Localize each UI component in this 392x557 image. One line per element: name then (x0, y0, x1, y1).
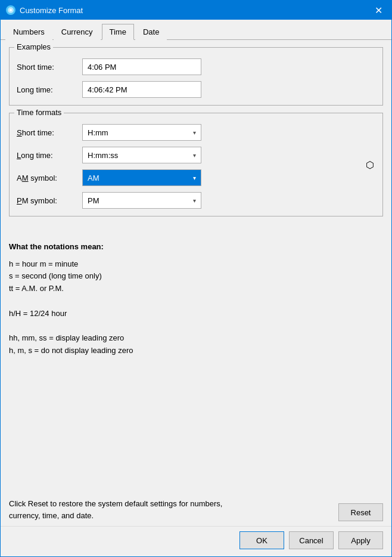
window-icon (5, 5, 16, 16)
long-time-dropdown-value: H:mm:ss (88, 151, 191, 160)
tabs-bar: Numbers Currency Time Date (1, 20, 391, 40)
formats-group: Time formats Short time: H:mm ▾ Long tim… (9, 113, 383, 216)
am-symbol-row: AM symbol: AM ▾ (17, 169, 375, 186)
long-time-value: 4:06:42 PM (82, 81, 201, 98)
format-long-time-row: Long time: H:mm:ss ▾ (17, 147, 375, 163)
pm-symbol-dropdown-value: PM (88, 196, 191, 205)
examples-group: Examples Short time: 4:06 PM Long time: … (9, 47, 383, 106)
cancel-button[interactable]: Cancel (289, 531, 334, 549)
main-window: Customize Format ✕ Numbers Currency Time… (0, 0, 392, 557)
formats-group-title: Time formats (14, 108, 64, 117)
svg-point-2 (10, 9, 12, 11)
tab-date[interactable]: Date (135, 24, 167, 40)
pm-symbol-dropdown[interactable]: PM ▾ (82, 192, 201, 209)
close-button[interactable]: ✕ (370, 2, 387, 18)
short-time-value: 4:06 PM (82, 58, 201, 75)
reset-section: Click Reset to restore the system defaul… (1, 493, 391, 526)
am-symbol-dropdown[interactable]: AM ▾ (82, 169, 201, 186)
short-time-dropdown[interactable]: H:mm ▾ (82, 124, 201, 141)
notes-section: What the notations mean: h = hour m = mi… (9, 224, 383, 486)
tab-time[interactable]: Time (102, 24, 134, 40)
long-time-dropdown-arrow: ▾ (193, 152, 196, 159)
reset-button[interactable]: Reset (338, 503, 383, 521)
am-symbol-label: AM symbol: (17, 174, 82, 182)
format-short-time-label: Short time: (17, 128, 82, 137)
tab-content: Examples Short time: 4:06 PM Long time: … (1, 40, 391, 493)
long-time-label: Long time: (17, 85, 82, 94)
tab-currency[interactable]: Currency (54, 24, 101, 40)
short-time-label: Short time: (17, 63, 82, 72)
window-title: Customize Format (20, 6, 370, 15)
long-time-row: Long time: 4:06:42 PM (17, 81, 375, 98)
notes-title: What the notations mean: (9, 228, 383, 253)
apply-button[interactable]: Apply (338, 531, 383, 549)
short-time-dropdown-arrow: ▾ (193, 129, 196, 136)
tab-numbers[interactable]: Numbers (5, 24, 52, 40)
ok-button[interactable]: OK (239, 531, 284, 549)
pm-symbol-row: PM symbol: PM ▾ (17, 192, 375, 209)
title-bar: Customize Format ✕ (1, 1, 391, 20)
pm-symbol-label: PM symbol: (17, 196, 82, 205)
footer-buttons: OK Cancel Apply (1, 526, 391, 556)
am-symbol-dropdown-arrow: ▾ (193, 175, 196, 181)
short-time-dropdown-value: H:mm (88, 128, 191, 137)
long-time-dropdown[interactable]: H:mm:ss ▾ (82, 147, 201, 163)
format-short-time-row: Short time: H:mm ▾ (17, 124, 375, 141)
pm-symbol-dropdown-arrow: ▾ (193, 197, 196, 204)
format-long-time-label: Long time: (17, 151, 82, 160)
am-symbol-dropdown-value: AM (88, 174, 191, 182)
examples-group-title: Examples (14, 42, 53, 51)
notes-content: h = hour m = minute s = second (long tim… (9, 258, 383, 357)
short-time-row: Short time: 4:06 PM (17, 58, 375, 75)
reset-description: Click Reset to restore the system defaul… (9, 498, 247, 521)
